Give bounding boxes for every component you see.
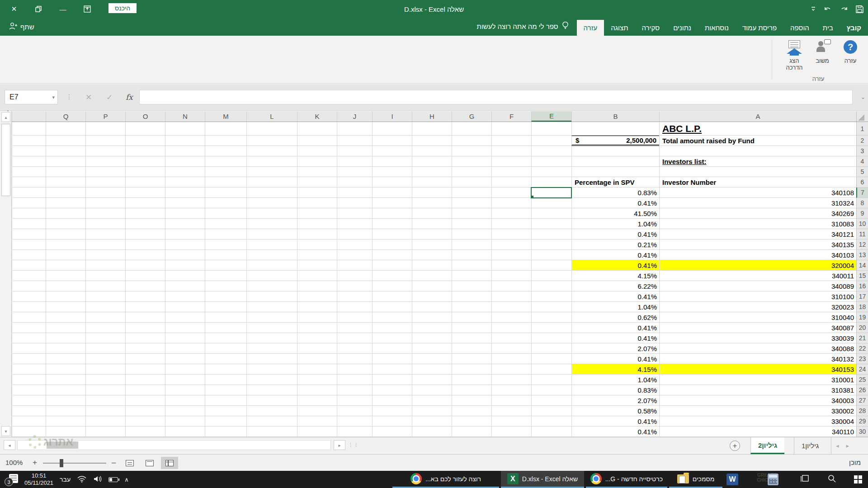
cell-O7[interactable] bbox=[125, 188, 165, 198]
cell-H12[interactable] bbox=[412, 239, 452, 250]
cell-P19[interactable] bbox=[85, 312, 125, 323]
cell-B25[interactable]: 1.04% bbox=[571, 375, 659, 385]
cell-G15[interactable] bbox=[452, 271, 491, 281]
cell-M9[interactable] bbox=[205, 208, 246, 219]
cell-G2[interactable] bbox=[452, 136, 491, 146]
cell-M16[interactable] bbox=[205, 281, 246, 291]
cell-N9[interactable] bbox=[165, 208, 205, 219]
col-header-K[interactable]: K bbox=[297, 111, 337, 122]
cell-B27[interactable]: 2.07% bbox=[571, 395, 659, 406]
hscroll-right-icon[interactable]: ▸ bbox=[334, 440, 345, 450]
cell-P25[interactable] bbox=[85, 375, 125, 385]
cell-I26[interactable] bbox=[372, 385, 412, 395]
cell-P21[interactable] bbox=[85, 333, 125, 343]
cell-A25[interactable]: 310001 bbox=[659, 375, 856, 385]
cell-Q15[interactable] bbox=[46, 271, 85, 281]
cell-O1[interactable] bbox=[125, 122, 165, 136]
page-layout-view-button[interactable] bbox=[141, 457, 158, 469]
cell-A28[interactable]: 330002 bbox=[659, 406, 856, 416]
cell-M23[interactable] bbox=[205, 354, 246, 364]
cell-N24[interactable] bbox=[165, 364, 205, 375]
cell-I5[interactable] bbox=[372, 167, 412, 177]
row-header-15[interactable]: 15 bbox=[856, 271, 868, 281]
scrollbar-resize-handle[interactable]: ⋮⋮ bbox=[348, 442, 359, 448]
cell-E15[interactable] bbox=[531, 271, 571, 281]
cell-H29[interactable] bbox=[412, 416, 452, 427]
cell-L9[interactable] bbox=[246, 208, 297, 219]
cell-Q10[interactable] bbox=[46, 219, 85, 229]
cell-L4[interactable] bbox=[246, 156, 297, 167]
cell-O4[interactable] bbox=[125, 156, 165, 167]
cell-G30[interactable] bbox=[452, 427, 491, 437]
cell-M29[interactable] bbox=[205, 416, 246, 427]
cell-O24[interactable] bbox=[125, 364, 165, 375]
cell-P4[interactable] bbox=[85, 156, 125, 167]
cell-H7[interactable] bbox=[412, 188, 452, 198]
cell-P24[interactable] bbox=[85, 364, 125, 375]
cell-P5[interactable] bbox=[85, 167, 125, 177]
row-header-16[interactable]: 16 bbox=[856, 281, 868, 291]
cell-I27[interactable] bbox=[372, 395, 412, 406]
cell-F3[interactable] bbox=[491, 146, 531, 156]
cell-B3[interactable] bbox=[571, 146, 659, 156]
vertical-scroll-thumb[interactable] bbox=[1, 124, 10, 196]
cell-O30[interactable] bbox=[125, 427, 165, 437]
cell-J7[interactable] bbox=[337, 188, 372, 198]
cell-L7[interactable] bbox=[246, 188, 297, 198]
cell-J10[interactable] bbox=[337, 219, 372, 229]
cell-O20[interactable] bbox=[125, 323, 165, 333]
cell-B19[interactable]: 0.62% bbox=[571, 312, 659, 323]
formula-input[interactable] bbox=[139, 90, 853, 104]
cell-O23[interactable] bbox=[125, 354, 165, 364]
cell-Q28[interactable] bbox=[46, 406, 85, 416]
row-header-26[interactable]: 26 bbox=[856, 385, 868, 395]
cell-F13[interactable] bbox=[491, 250, 531, 260]
cell-A20[interactable]: 340087 bbox=[659, 323, 856, 333]
cell-O2[interactable] bbox=[125, 136, 165, 146]
cell-G19[interactable] bbox=[452, 312, 491, 323]
cell-Q25[interactable] bbox=[46, 375, 85, 385]
cell-F15[interactable] bbox=[491, 271, 531, 281]
cell-O21[interactable] bbox=[125, 333, 165, 343]
cell-F27[interactable] bbox=[491, 395, 531, 406]
col-header-I[interactable]: I bbox=[372, 111, 412, 122]
cell-J2[interactable] bbox=[337, 136, 372, 146]
zoom-slider-thumb[interactable] bbox=[60, 459, 63, 467]
cell-G29[interactable] bbox=[452, 416, 491, 427]
cell-K28[interactable] bbox=[297, 406, 337, 416]
cell-L6[interactable] bbox=[246, 177, 297, 188]
cell-M14[interactable] bbox=[205, 260, 246, 271]
cell-N27[interactable] bbox=[165, 395, 205, 406]
cell-L1[interactable] bbox=[246, 122, 297, 136]
row-header-9[interactable]: 9 bbox=[856, 208, 868, 219]
cell-M4[interactable] bbox=[205, 156, 246, 167]
cell-E18[interactable] bbox=[531, 302, 571, 312]
chrome-help-taskbar-button[interactable]: רוצה לעזור לכם בא... bbox=[392, 471, 499, 488]
cell-Q24[interactable] bbox=[46, 364, 85, 375]
cell-P3[interactable] bbox=[85, 146, 125, 156]
cell-M28[interactable] bbox=[205, 406, 246, 416]
cell-G28[interactable] bbox=[452, 406, 491, 416]
start-button[interactable] bbox=[848, 471, 868, 488]
fill-handle[interactable] bbox=[531, 195, 534, 198]
cell-P18[interactable] bbox=[85, 302, 125, 312]
zoom-level[interactable]: 100% bbox=[5, 459, 23, 466]
cell-O6[interactable] bbox=[125, 177, 165, 188]
battery-icon[interactable] bbox=[108, 477, 118, 482]
cell-N23[interactable] bbox=[165, 354, 205, 364]
cell-M7[interactable] bbox=[205, 188, 246, 198]
cell-I18[interactable] bbox=[372, 302, 412, 312]
cell-I22[interactable] bbox=[372, 343, 412, 354]
cell-A2[interactable]: Total amount raised by Fund bbox=[659, 136, 856, 146]
share-button[interactable]: שתף bbox=[8, 22, 34, 32]
zoom-out-icon[interactable]: − bbox=[111, 458, 116, 468]
cell-M27[interactable] bbox=[205, 395, 246, 406]
cell-L5[interactable] bbox=[246, 167, 297, 177]
name-box[interactable]: E7 ▾ bbox=[5, 90, 58, 104]
cell-K2[interactable] bbox=[297, 136, 337, 146]
cell-F5[interactable] bbox=[491, 167, 531, 177]
cell-I21[interactable] bbox=[372, 333, 412, 343]
cell-K25[interactable] bbox=[297, 375, 337, 385]
cell-L10[interactable] bbox=[246, 219, 297, 229]
row-header-30[interactable]: 30 bbox=[856, 427, 868, 437]
